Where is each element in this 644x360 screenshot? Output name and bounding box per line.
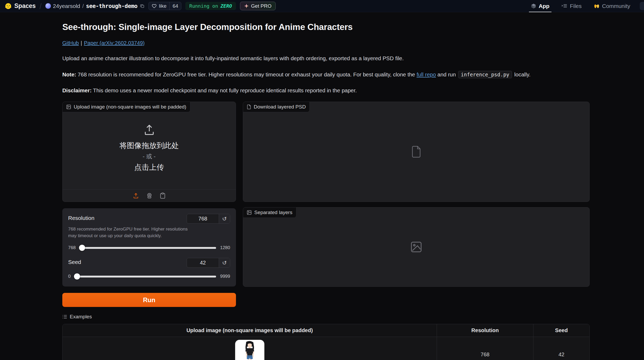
webcam-source-button[interactable] [146, 193, 152, 199]
path-slash: / [82, 3, 84, 9]
navbar-tabs: App Files Community [531, 0, 639, 12]
seed-slider[interactable] [75, 276, 216, 277]
like-button[interactable]: like 64 [148, 2, 181, 10]
community-hands-icon [594, 3, 599, 9]
run-button[interactable]: Run [62, 293, 236, 307]
layers-panel-label-text: Separated layers [254, 210, 292, 215]
psd-panel-label-text: Download layered PSD [254, 104, 306, 110]
navbar-edge-button[interactable] [640, 2, 644, 10]
resolution-slider-handle[interactable] [79, 245, 85, 251]
top-navbar: Spaces 24yearsold / see-through-demo lik… [0, 0, 644, 12]
note-body2: and run [436, 71, 457, 77]
links-separator: | [81, 40, 82, 46]
files-list-icon [562, 4, 567, 8]
list-icon [62, 315, 67, 319]
resolution-max-label: 1280 [220, 245, 230, 250]
navbar-divider [40, 3, 41, 9]
resolution-info: 768 recommended for ZeroGPU free tier. H… [68, 226, 195, 239]
sparkle-icon [244, 4, 249, 8]
upload-source-button[interactable] [133, 193, 139, 199]
settings-panel: Resolution 768 ↺ 768 recommended for Zer… [62, 208, 236, 287]
space-name-link[interactable]: see-through-demo [86, 3, 137, 9]
file-placeholder-icon [411, 146, 422, 158]
drop-hint-click: 点击上传 [134, 162, 164, 172]
tab-app[interactable]: App [531, 0, 550, 12]
tab-community[interactable]: Community [594, 0, 630, 12]
examples-header: Examples [62, 314, 590, 320]
seed-reset-button[interactable]: ↺ [219, 258, 230, 267]
like-count[interactable]: 64 [169, 2, 181, 10]
main-grid: Upload image (non-square images will be … [62, 102, 590, 307]
owner-avatar[interactable] [45, 3, 51, 9]
examples-label-text: Examples [70, 314, 92, 320]
tab-app-label: App [539, 3, 550, 9]
image-placeholder-icon [410, 241, 422, 253]
resolution-input[interactable]: 768 [187, 214, 219, 223]
examples-table-header: Upload image (non-square images will be … [63, 324, 589, 337]
resolution-min-label: 768 [68, 245, 76, 250]
resolution-slider[interactable] [80, 247, 216, 249]
inference-code-chip: inference_psd.py [458, 71, 512, 78]
example-resolution-value: 768 [481, 352, 489, 358]
owner-link[interactable]: 24yearsold [53, 3, 80, 9]
brand-label: Spaces [14, 2, 36, 10]
input-column: Upload image (non-square images will be … [62, 102, 236, 307]
examples-table: Upload image (non-square images will be … [62, 324, 590, 360]
page-title: See-through: Single-image Layer Decompos… [62, 22, 590, 32]
upload-arrow-icon [143, 124, 155, 136]
upload-panel-label: Upload image (non-square images will be … [63, 102, 190, 112]
get-pro-button[interactable]: Get PRO [240, 2, 276, 10]
huggingface-logo-icon [5, 3, 12, 10]
note-body1: 768 resolution is recommended for ZeroGP… [76, 71, 417, 77]
resolution-reset-button[interactable]: ↺ [219, 214, 230, 223]
upload-panel-label-text: Upload image (non-square images will be … [74, 104, 186, 110]
resolution-label: Resolution [68, 214, 94, 221]
tab-files[interactable]: Files [562, 0, 581, 12]
disclaimer-body: This demo uses a newer model checkpoint … [92, 87, 357, 93]
copy-space-name-button[interactable] [140, 4, 144, 8]
example-thumbnail[interactable] [235, 340, 264, 360]
space-identifier: 24yearsold / see-through-demo [45, 3, 145, 9]
heart-icon [152, 4, 157, 8]
like-label: like [159, 3, 167, 9]
example-row[interactable]: 768 42 [63, 337, 589, 360]
output-column: Download layered PSD [243, 102, 590, 307]
running-status-badge[interactable]: Running on ZERO [185, 2, 236, 10]
seed-block: Seed 42 ↺ 0 9999 [68, 258, 230, 279]
note-paragraph: Note: 768 resolution is recommended for … [62, 71, 590, 79]
examples-col-seed: Seed [555, 327, 568, 333]
running-on-label: Running on [189, 3, 218, 9]
resolution-number-group: 768 ↺ [187, 214, 230, 224]
resolution-slider-row: 768 1280 [68, 245, 230, 250]
clipboard-source-button[interactable] [160, 193, 165, 199]
app-content: See-through: Single-image Layer Decompos… [62, 22, 590, 360]
seed-input[interactable]: 42 [187, 258, 219, 267]
seed-label: Seed [68, 258, 81, 265]
separated-layers-panel: Separated layers [243, 207, 590, 287]
examples-col-image: Upload image (non-square images will be … [186, 327, 313, 333]
disclaimer-prefix: Disclaimer: [62, 87, 92, 93]
image-source-bar [63, 189, 236, 202]
get-pro-label: Get PRO [251, 3, 271, 9]
note-body3: locally. [513, 71, 531, 77]
image-dropzone[interactable]: 将图像拖放到此处 - 或 - 点击上传 [63, 102, 236, 189]
tab-community-label: Community [602, 3, 630, 9]
github-link[interactable]: GitHub [62, 40, 79, 46]
drop-hint-line1: 将图像拖放到此处 [120, 141, 179, 151]
note-prefix: Note: [62, 71, 76, 77]
tab-files-label: Files [570, 3, 581, 9]
paper-link[interactable]: Paper (arXiv:2602.03749) [84, 40, 144, 46]
seed-min-label: 0 [68, 274, 71, 279]
example-seed-value: 42 [558, 352, 564, 358]
psd-panel-label: Download layered PSD [243, 102, 310, 112]
description-paragraph: Upload an anime character illustration t… [62, 54, 590, 62]
spaces-brand[interactable]: Spaces [5, 2, 36, 10]
examples-col-resolution: Resolution [471, 327, 499, 333]
full-repo-link[interactable]: full repo [417, 71, 436, 77]
links-row: GitHub|Paper (arXiv:2602.03749) [62, 40, 590, 46]
file-icon [247, 105, 251, 109]
seed-slider-handle[interactable] [74, 274, 80, 280]
image-icon [66, 105, 71, 109]
layers-panel-label: Separated layers [243, 207, 296, 218]
runtime-hardware-label: ZERO [220, 3, 232, 9]
